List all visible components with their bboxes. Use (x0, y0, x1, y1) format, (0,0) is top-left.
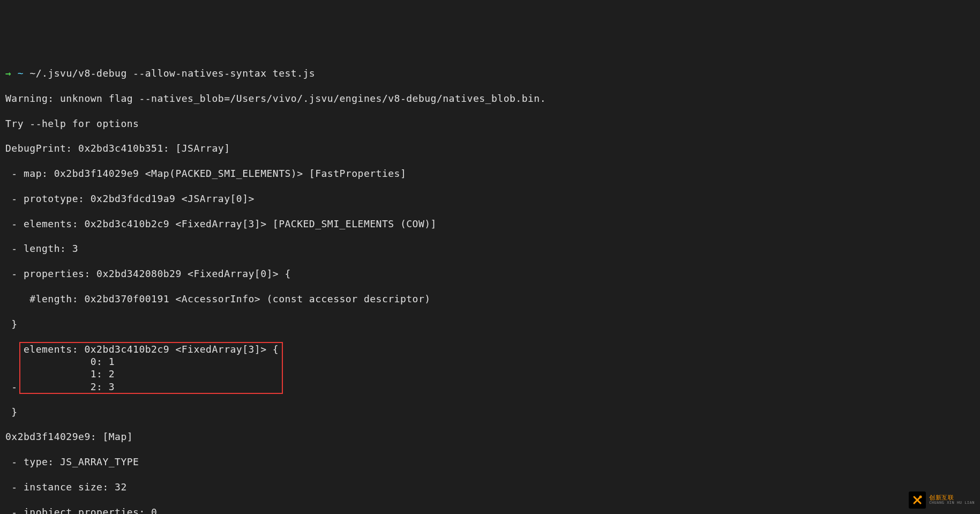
svg-point-0 (919, 496, 922, 498)
debugprint-line: DebugPrint: 0x2bd3c410b351: [JSArray] (5, 142, 975, 154)
closebrace1-line: } (5, 318, 975, 330)
watermark-text: 创新互联 CHUANG XIN HU LIAN (929, 495, 975, 505)
elements-highlight-box: elements: 0x2bd3c410b2c9 <FixedArray[3]>… (19, 342, 283, 394)
watermark-subtitle: CHUANG XIN HU LIAN (929, 501, 975, 505)
elements-line: - elements: 0x2bd3c410b2c9 <FixedArray[3… (5, 218, 975, 230)
prompt-line: → ~ ~/.jsvu/v8-debug --allow-natives-syn… (5, 67, 975, 79)
map-line: - map: 0x2bd3f14029e9 <Map(PACKED_SMI_EL… (5, 167, 975, 180)
tryhelp-line: Try --help for options (5, 117, 975, 130)
prototype-line: - prototype: 0x2bd3fdcd19a9 <JSArray[0]> (5, 192, 975, 205)
closebrace2-line: } (5, 406, 975, 418)
inobject-line: - inobject properties: 0 (5, 506, 975, 514)
element-2: 2: 3 (24, 381, 115, 392)
hashlength-line: #length: 0x2bd370f00191 <AccessorInfo> (… (5, 293, 975, 305)
prompt-cwd: ~ (18, 68, 24, 79)
mapheader-line: 0x2bd3f14029e9: [Map] (5, 430, 975, 443)
element-1: 1: 2 (24, 368, 115, 379)
command-text: ~/.jsvu/v8-debug --allow-natives-syntax … (29, 68, 315, 79)
elements-block-start: - elements: 0x2bd3c410b2c9 <FixedArray[3… (5, 343, 975, 393)
instancesize-line: - instance size: 32 (5, 481, 975, 493)
warning-line: Warning: unknown flag --natives_blob=/Us… (5, 92, 975, 105)
watermark-icon (909, 491, 926, 509)
element-0: 0: 1 (24, 356, 115, 367)
type-line: - type: JS_ARRAY_TYPE (5, 456, 975, 468)
elements2-open: elements: 0x2bd3c410b2c9 <FixedArray[3]>… (24, 344, 279, 355)
terminal-output: → ~ ~/.jsvu/v8-debug --allow-natives-syn… (5, 55, 975, 514)
watermark: 创新互联 CHUANG XIN HU LIAN (909, 491, 975, 509)
properties-line: - properties: 0x2bd342080b29 <FixedArray… (5, 267, 975, 280)
length-line: - length: 3 (5, 242, 975, 255)
prompt-arrow-icon: → (5, 68, 11, 79)
